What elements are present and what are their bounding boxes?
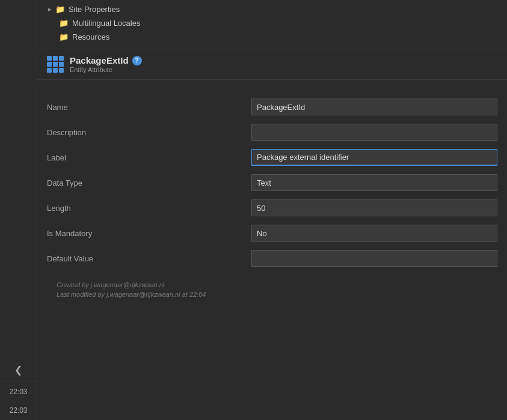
folder-icon: 📁 (59, 19, 69, 28)
entity-grid-icon (47, 56, 64, 73)
sidebar: ❮ 22:03 22:03 (0, 0, 37, 420)
input-name: PackageExtId (251, 99, 497, 115)
input-default-value[interactable] (251, 250, 497, 267)
value-default-value[interactable] (251, 250, 497, 267)
value-data-type: Text (251, 174, 497, 191)
input-length[interactable] (251, 199, 497, 216)
tree-item-site-properties[interactable]: ► 📁 Site Properties (47, 2, 507, 16)
form-area: Name PackageExtId Description Label Data… (37, 90, 507, 420)
label-default-value: Default Value (47, 254, 251, 263)
label-name: Name (47, 103, 251, 112)
entity-name-text: PackageExtId (70, 55, 129, 65)
main-content: ► 📁 Site Properties 📁 Multilingual Local… (37, 0, 507, 420)
form-row-label: Label (47, 148, 497, 167)
entity-title-group: PackageExtId ? Entity Attribute (70, 55, 142, 73)
tree-navigation: ► 📁 Site Properties 📁 Multilingual Local… (37, 0, 507, 49)
input-label[interactable] (251, 149, 497, 166)
tree-arrow-icon: ► (47, 6, 53, 13)
entity-subtitle: Entity Attribute (70, 66, 142, 73)
value-is-mandatory: No (251, 225, 497, 242)
header-divider (37, 85, 507, 85)
label-label: Label (47, 153, 251, 162)
folder-icon: 📁 (55, 5, 65, 14)
label-data-type: Data Type (47, 178, 251, 187)
folder-icon: 📁 (59, 32, 69, 41)
value-label[interactable] (251, 149, 497, 166)
form-row-data-type: Data Type Text (47, 173, 497, 192)
input-data-type: Text (251, 174, 497, 191)
entity-header: PackageExtId ? Entity Attribute (37, 49, 507, 80)
sidebar-time-1: 22:03 (0, 382, 37, 401)
tree-item-label: Multilingual Locales (72, 19, 140, 28)
tree-item-multilingual-locales[interactable]: 📁 Multilingual Locales (47, 16, 507, 30)
label-description: Description (47, 128, 251, 137)
form-row-is-mandatory: Is Mandatory No (47, 224, 497, 243)
sidebar-time-2: 22:03 (0, 401, 37, 420)
entity-name: PackageExtId ? (70, 55, 142, 65)
footer-info: Created by j.wagenaar@rijkzwaan.nl Last … (47, 274, 497, 303)
input-description[interactable] (251, 124, 497, 141)
value-length[interactable] (251, 199, 497, 216)
sidebar-collapse-button[interactable]: ❮ (0, 358, 37, 382)
tree-item-label: Resources (72, 32, 109, 41)
created-by-text: Created by j.wagenaar@rijkzwaan.nl (57, 281, 488, 288)
form-row-description: Description (47, 123, 497, 142)
tree-item-resources[interactable]: 📁 Resources (47, 30, 507, 44)
value-description[interactable] (251, 124, 497, 141)
last-modified-text: Last modified by j.wagenaar@rijkzwaan.nl… (57, 291, 488, 298)
label-length: Length (47, 204, 251, 213)
form-row-default-value: Default Value (47, 249, 497, 268)
value-name: PackageExtId (251, 99, 497, 115)
input-is-mandatory: No (251, 225, 497, 242)
help-icon[interactable]: ? (132, 56, 142, 65)
tree-item-label: Site Properties (69, 5, 120, 14)
form-row-name: Name PackageExtId (47, 97, 497, 117)
label-is-mandatory: Is Mandatory (47, 229, 251, 238)
form-row-length: Length (47, 198, 497, 218)
